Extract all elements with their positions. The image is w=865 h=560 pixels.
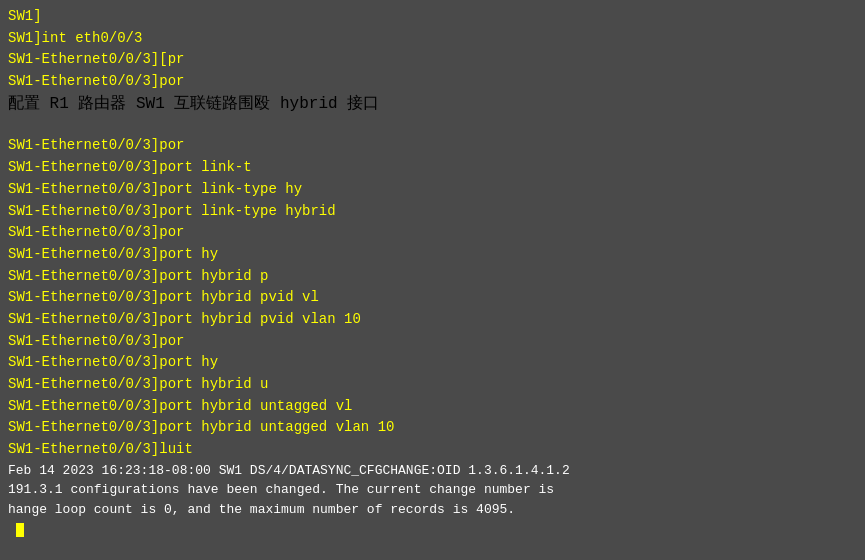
terminal-line-4: SW1-Ethernet0/0/3]por (8, 71, 857, 93)
terminal-line-8: SW1-Ethernet0/0/3]port link-type hy (8, 179, 857, 201)
terminal-line-3: SW1-Ethernet0/0/3][pr (8, 49, 857, 71)
terminal-line-19: SW1-Ethernet0/0/3]port hybrid untagged v… (8, 417, 857, 439)
terminal-line-2: SW1]int eth0/0/3 (8, 28, 857, 50)
terminal-line-11: SW1-Ethernet0/0/3]port hy (8, 244, 857, 266)
terminal-line-7: SW1-Ethernet0/0/3]port link-t (8, 157, 857, 179)
terminal-line-6: SW1-Ethernet0/0/3]por (8, 135, 857, 157)
terminal-line-16: SW1-Ethernet0/0/3]port hy (8, 352, 857, 374)
terminal-window[interactable]: SW1] SW1]int eth0/0/3 SW1-Ethernet0/0/3]… (0, 0, 865, 560)
log-line-3: hange loop count is 0, and the maximum n… (8, 500, 857, 520)
terminal-line-14: SW1-Ethernet0/0/3]port hybrid pvid vlan … (8, 309, 857, 331)
cursor-row (8, 521, 857, 539)
terminal-line-9: SW1-Ethernet0/0/3]port link-type hybrid (8, 201, 857, 223)
terminal-line-5 (8, 114, 857, 136)
log-line-2: 191.3.1 configurations have been changed… (8, 480, 857, 500)
terminal-line-10: SW1-Ethernet0/0/3]por (8, 222, 857, 244)
overlay-label: 配置 R1 路由器 SW1 互联链路围殴 hybrid 接口 (8, 93, 857, 114)
terminal-line-15: SW1-Ethernet0/0/3]por (8, 331, 857, 353)
terminal-line-20: SW1-Ethernet0/0/3]luit (8, 439, 857, 461)
terminal-line-1: SW1] (8, 6, 857, 28)
terminal-line-17: SW1-Ethernet0/0/3]port hybrid u (8, 374, 857, 396)
terminal-line-18: SW1-Ethernet0/0/3]port hybrid untagged v… (8, 396, 857, 418)
terminal-cursor (16, 523, 24, 537)
terminal-line-13: SW1-Ethernet0/0/3]port hybrid pvid vl (8, 287, 857, 309)
terminal-line-12: SW1-Ethernet0/0/3]port hybrid p (8, 266, 857, 288)
log-line-1: Feb 14 2023 16:23:18-08:00 SW1 DS/4/DATA… (8, 461, 857, 481)
